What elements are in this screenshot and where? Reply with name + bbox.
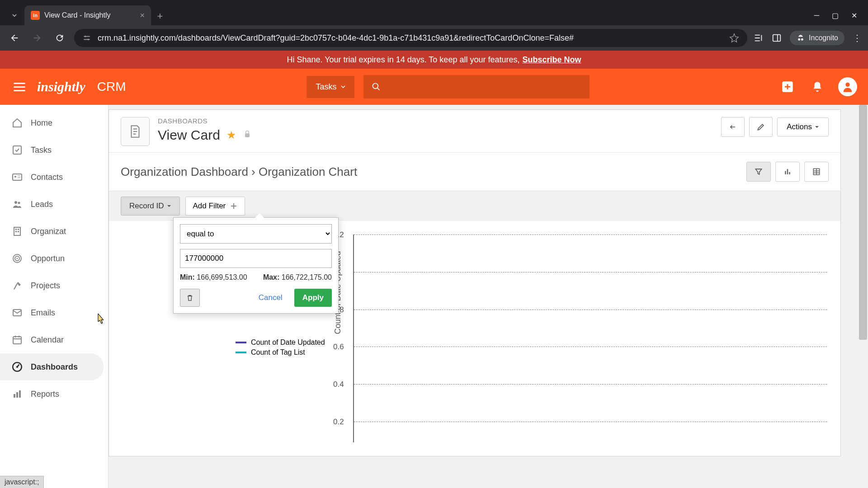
incognito-badge[interactable]: Incognito (790, 31, 844, 45)
svg-point-0 (85, 36, 86, 37)
logo[interactable]: insightly (37, 79, 85, 94)
sidebar-item-label: Emails (31, 308, 55, 318)
nav-reload-button[interactable] (52, 30, 68, 46)
chart-legend: Count of Date Updated Count of Tag List (236, 338, 325, 358)
home-icon (11, 117, 24, 129)
sidebar-item-organizations[interactable]: Organizat (0, 218, 108, 245)
hammer-icon (11, 279, 24, 292)
gauge-icon (11, 361, 24, 373)
site-settings-icon[interactable] (82, 33, 91, 42)
svg-point-10 (14, 176, 16, 178)
svg-point-29 (16, 366, 18, 368)
sidebar-item-label: Calendar (31, 335, 64, 345)
window-maximize-icon[interactable]: ▢ (832, 11, 839, 20)
subscribe-link[interactable]: Subscribe Now (522, 55, 581, 65)
filter-apply-button[interactable]: Apply (294, 289, 332, 307)
sidebar-item-reports[interactable]: Reports (0, 380, 108, 408)
svg-rect-32 (19, 390, 21, 398)
app-name: CRM (97, 80, 126, 94)
filter-delete-button[interactable] (180, 289, 200, 307)
sidebar-item-opportunities[interactable]: Opportun (0, 245, 108, 272)
svg-rect-34 (785, 171, 786, 174)
svg-rect-31 (16, 392, 18, 398)
app-header: insightly CRM Tasks (0, 69, 868, 105)
search-input[interactable] (363, 75, 590, 99)
tab-close-icon[interactable]: × (140, 11, 145, 20)
legend-swatch-icon (236, 342, 246, 343)
sidebar-item-calendar[interactable]: Calendar (0, 326, 108, 353)
add-filter-button[interactable]: Add Filter (185, 197, 245, 216)
svg-point-7 (845, 83, 849, 87)
filter-cancel-button[interactable]: Cancel (251, 289, 290, 307)
sidebar-item-leads[interactable]: Leads (0, 191, 108, 218)
filter-chip-record-id[interactable]: Record ID (121, 197, 180, 216)
sidebar-item-label: Home (31, 118, 52, 128)
browser-menu-icon[interactable]: ⋮ (853, 33, 862, 43)
scrollbar-thumb[interactable] (859, 105, 867, 340)
browser-tab[interactable]: in View Card - Insightly × (24, 5, 151, 25)
tab-title: View Card - Insightly (44, 11, 110, 19)
incognito-icon (796, 33, 805, 42)
new-tab-button[interactable]: + (151, 7, 169, 25)
view-toggle-table[interactable] (804, 162, 829, 182)
reading-list-icon[interactable] (754, 33, 764, 43)
sidebar-item-home[interactable]: Home (0, 109, 108, 136)
side-panel-icon[interactable] (772, 33, 782, 43)
svg-line-5 (377, 88, 380, 90)
add-button[interactable] (778, 78, 797, 96)
sidebar-item-tasks[interactable]: Tasks (0, 136, 108, 164)
favorite-star-icon[interactable]: ★ (226, 129, 236, 141)
status-bar: javascript:; (0, 476, 44, 488)
calendar-icon (11, 333, 24, 346)
lock-icon (243, 130, 252, 141)
window-minimize-icon[interactable]: ─ (814, 11, 819, 19)
window-close-icon[interactable]: ✕ (851, 11, 857, 20)
svg-point-1 (88, 39, 89, 40)
sidebar-item-projects[interactable]: Projects (0, 272, 108, 299)
target-icon (11, 252, 24, 265)
view-toggle-filter[interactable] (746, 162, 771, 182)
user-avatar[interactable] (838, 77, 857, 96)
svg-point-4 (373, 84, 378, 89)
svg-rect-15 (14, 227, 20, 235)
back-button[interactable] (721, 117, 745, 137)
filter-operator-select[interactable]: equal to (180, 224, 332, 244)
incognito-label: Incognito (809, 34, 838, 42)
content-area: DASHBOARDS View Card ★ Actions Organizat… (108, 105, 868, 488)
trial-message: Hi Shane. Your trial expires in 14 days.… (287, 55, 520, 65)
edit-button[interactable] (749, 117, 773, 137)
filter-value-input[interactable] (180, 249, 332, 268)
search-scope-dropdown[interactable]: Tasks (307, 76, 354, 98)
bookmark-star-icon[interactable] (729, 33, 739, 43)
actions-dropdown[interactable]: Actions (777, 117, 829, 136)
url-bar[interactable]: crm.na1.insightly.com/dashboards/ViewCar… (74, 29, 747, 47)
card-title: View Card (158, 127, 220, 143)
card-panel: DASHBOARDS View Card ★ Actions Organizat… (108, 109, 841, 456)
svg-point-14 (18, 202, 20, 204)
chevron-down-icon (167, 204, 171, 208)
notifications-icon[interactable] (808, 78, 826, 96)
vertical-scrollbar[interactable] (858, 105, 868, 488)
svg-rect-35 (787, 169, 788, 174)
tab-search-dropdown[interactable] (5, 5, 24, 25)
chevron-down-icon (341, 84, 345, 89)
sidebar-item-contacts[interactable]: Contacts (0, 164, 108, 191)
sidebar-item-emails[interactable]: Emails (0, 299, 108, 326)
svg-point-13 (14, 201, 17, 204)
view-toggle-chart[interactable] (775, 162, 800, 182)
svg-rect-16 (15, 229, 17, 230)
building-icon (11, 225, 24, 238)
browser-toolbar: crm.na1.insightly.com/dashboards/ViewCar… (0, 25, 868, 51)
sidebar: Home Tasks Contacts Leads Organizat Oppo… (0, 105, 108, 488)
hamburger-menu-icon[interactable] (11, 80, 28, 94)
nav-back-button[interactable] (6, 30, 23, 46)
svg-rect-19 (18, 231, 19, 232)
sidebar-item-label: Dashboards (31, 362, 78, 372)
sidebar-item-dashboards[interactable]: Dashboards (0, 353, 104, 380)
subheader-breadcrumb: Organization Dashboard › Organization Ch… (121, 165, 357, 179)
sidebar-item-label: Contacts (31, 173, 63, 182)
check-icon (11, 144, 24, 156)
search-icon (372, 82, 381, 91)
card-thumbnail-icon (121, 117, 150, 146)
chart-grid: 1.2 1 0.8 0.6 0.4 0.2 (353, 235, 827, 442)
